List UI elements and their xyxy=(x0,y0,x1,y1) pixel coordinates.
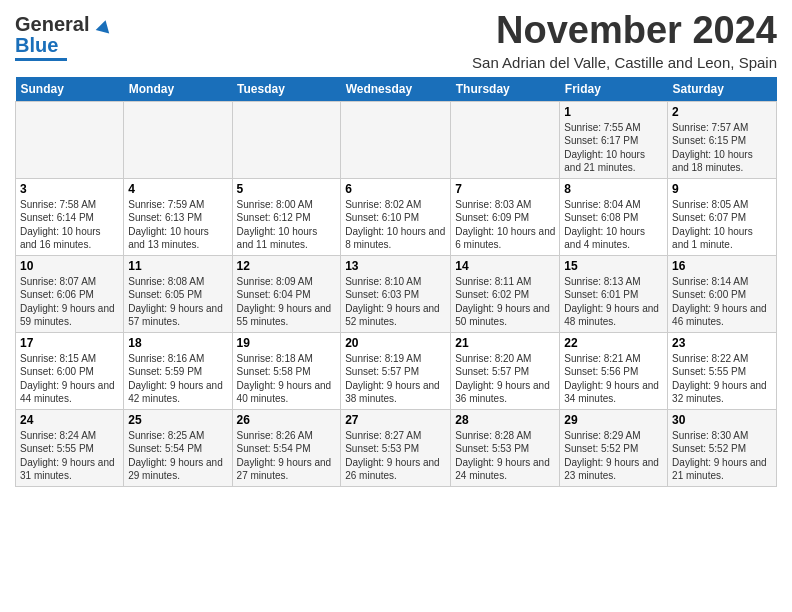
day-number: 8 xyxy=(564,182,663,196)
day-number: 2 xyxy=(672,105,772,119)
calendar-cell: 14Sunrise: 8:11 AMSunset: 6:02 PMDayligh… xyxy=(451,255,560,332)
calendar-cell: 18Sunrise: 8:16 AMSunset: 5:59 PMDayligh… xyxy=(124,332,232,409)
calendar-cell xyxy=(16,101,124,178)
day-number: 7 xyxy=(455,182,555,196)
day-info: Sunrise: 8:10 AMSunset: 6:03 PMDaylight:… xyxy=(345,275,446,329)
calendar-week-4: 17Sunrise: 8:15 AMSunset: 6:00 PMDayligh… xyxy=(16,332,777,409)
day-info: Sunrise: 8:00 AMSunset: 6:12 PMDaylight:… xyxy=(237,198,337,252)
day-number: 6 xyxy=(345,182,446,196)
calendar-cell: 28Sunrise: 8:28 AMSunset: 5:53 PMDayligh… xyxy=(451,409,560,486)
calendar-cell xyxy=(451,101,560,178)
day-number: 10 xyxy=(20,259,119,273)
day-info: Sunrise: 7:57 AMSunset: 6:15 PMDaylight:… xyxy=(672,121,772,175)
calendar-cell: 5Sunrise: 8:00 AMSunset: 6:12 PMDaylight… xyxy=(232,178,341,255)
day-number: 29 xyxy=(564,413,663,427)
calendar-cell: 19Sunrise: 8:18 AMSunset: 5:58 PMDayligh… xyxy=(232,332,341,409)
day-info: Sunrise: 8:11 AMSunset: 6:02 PMDaylight:… xyxy=(455,275,555,329)
day-info: Sunrise: 8:16 AMSunset: 5:59 PMDaylight:… xyxy=(128,352,227,406)
day-info: Sunrise: 8:02 AMSunset: 6:10 PMDaylight:… xyxy=(345,198,446,252)
day-number: 3 xyxy=(20,182,119,196)
header: General Blue November 2024 San Adrian de… xyxy=(15,10,777,71)
day-info: Sunrise: 8:03 AMSunset: 6:09 PMDaylight:… xyxy=(455,198,555,252)
day-number: 20 xyxy=(345,336,446,350)
title-block: November 2024 San Adrian del Valle, Cast… xyxy=(472,10,777,71)
weekday-header-thursday: Thursday xyxy=(451,77,560,102)
calendar-cell: 15Sunrise: 8:13 AMSunset: 6:01 PMDayligh… xyxy=(560,255,668,332)
day-number: 11 xyxy=(128,259,227,273)
day-info: Sunrise: 8:24 AMSunset: 5:55 PMDaylight:… xyxy=(20,429,119,483)
day-number: 22 xyxy=(564,336,663,350)
calendar-week-3: 10Sunrise: 8:07 AMSunset: 6:06 PMDayligh… xyxy=(16,255,777,332)
calendar-cell: 21Sunrise: 8:20 AMSunset: 5:57 PMDayligh… xyxy=(451,332,560,409)
location-title: San Adrian del Valle, Castille and Leon,… xyxy=(472,54,777,71)
day-info: Sunrise: 8:07 AMSunset: 6:06 PMDaylight:… xyxy=(20,275,119,329)
day-info: Sunrise: 8:26 AMSunset: 5:54 PMDaylight:… xyxy=(237,429,337,483)
weekday-header-monday: Monday xyxy=(124,77,232,102)
calendar-body: 1Sunrise: 7:55 AMSunset: 6:17 PMDaylight… xyxy=(16,101,777,486)
calendar-cell: 24Sunrise: 8:24 AMSunset: 5:55 PMDayligh… xyxy=(16,409,124,486)
calendar-cell: 2Sunrise: 7:57 AMSunset: 6:15 PMDaylight… xyxy=(668,101,777,178)
day-number: 1 xyxy=(564,105,663,119)
day-info: Sunrise: 8:22 AMSunset: 5:55 PMDaylight:… xyxy=(672,352,772,406)
day-info: Sunrise: 8:04 AMSunset: 6:08 PMDaylight:… xyxy=(564,198,663,252)
calendar-cell: 20Sunrise: 8:19 AMSunset: 5:57 PMDayligh… xyxy=(341,332,451,409)
calendar-cell: 23Sunrise: 8:22 AMSunset: 5:55 PMDayligh… xyxy=(668,332,777,409)
calendar-cell: 9Sunrise: 8:05 AMSunset: 6:07 PMDaylight… xyxy=(668,178,777,255)
calendar-week-1: 1Sunrise: 7:55 AMSunset: 6:17 PMDaylight… xyxy=(16,101,777,178)
month-title: November 2024 xyxy=(472,10,777,52)
day-info: Sunrise: 8:05 AMSunset: 6:07 PMDaylight:… xyxy=(672,198,772,252)
calendar-cell xyxy=(124,101,232,178)
weekday-header-sunday: Sunday xyxy=(16,77,124,102)
day-number: 18 xyxy=(128,336,227,350)
logo: General Blue xyxy=(15,14,111,61)
day-info: Sunrise: 8:27 AMSunset: 5:53 PMDaylight:… xyxy=(345,429,446,483)
day-info: Sunrise: 8:29 AMSunset: 5:52 PMDaylight:… xyxy=(564,429,663,483)
calendar-cell: 26Sunrise: 8:26 AMSunset: 5:54 PMDayligh… xyxy=(232,409,341,486)
logo-underline xyxy=(15,58,67,61)
weekday-header-row: SundayMondayTuesdayWednesdayThursdayFrid… xyxy=(16,77,777,102)
day-info: Sunrise: 7:59 AMSunset: 6:13 PMDaylight:… xyxy=(128,198,227,252)
day-info: Sunrise: 8:15 AMSunset: 6:00 PMDaylight:… xyxy=(20,352,119,406)
calendar-cell: 12Sunrise: 8:09 AMSunset: 6:04 PMDayligh… xyxy=(232,255,341,332)
day-number: 13 xyxy=(345,259,446,273)
day-info: Sunrise: 8:30 AMSunset: 5:52 PMDaylight:… xyxy=(672,429,772,483)
day-info: Sunrise: 8:25 AMSunset: 5:54 PMDaylight:… xyxy=(128,429,227,483)
day-number: 17 xyxy=(20,336,119,350)
calendar-cell: 16Sunrise: 8:14 AMSunset: 6:00 PMDayligh… xyxy=(668,255,777,332)
day-info: Sunrise: 8:14 AMSunset: 6:00 PMDaylight:… xyxy=(672,275,772,329)
calendar-cell: 30Sunrise: 8:30 AMSunset: 5:52 PMDayligh… xyxy=(668,409,777,486)
day-number: 30 xyxy=(672,413,772,427)
calendar-cell: 17Sunrise: 8:15 AMSunset: 6:00 PMDayligh… xyxy=(16,332,124,409)
weekday-header-wednesday: Wednesday xyxy=(341,77,451,102)
day-number: 12 xyxy=(237,259,337,273)
day-info: Sunrise: 8:09 AMSunset: 6:04 PMDaylight:… xyxy=(237,275,337,329)
calendar-cell: 25Sunrise: 8:25 AMSunset: 5:54 PMDayligh… xyxy=(124,409,232,486)
day-info: Sunrise: 8:28 AMSunset: 5:53 PMDaylight:… xyxy=(455,429,555,483)
day-number: 14 xyxy=(455,259,555,273)
day-number: 4 xyxy=(128,182,227,196)
day-number: 15 xyxy=(564,259,663,273)
day-number: 24 xyxy=(20,413,119,427)
calendar-table: SundayMondayTuesdayWednesdayThursdayFrid… xyxy=(15,77,777,487)
day-info: Sunrise: 7:55 AMSunset: 6:17 PMDaylight:… xyxy=(564,121,663,175)
day-number: 23 xyxy=(672,336,772,350)
calendar-cell: 1Sunrise: 7:55 AMSunset: 6:17 PMDaylight… xyxy=(560,101,668,178)
calendar-cell: 27Sunrise: 8:27 AMSunset: 5:53 PMDayligh… xyxy=(341,409,451,486)
day-number: 16 xyxy=(672,259,772,273)
weekday-header-tuesday: Tuesday xyxy=(232,77,341,102)
weekday-header-friday: Friday xyxy=(560,77,668,102)
day-number: 25 xyxy=(128,413,227,427)
logo-blue: Blue xyxy=(15,35,58,55)
day-info: Sunrise: 8:21 AMSunset: 5:56 PMDaylight:… xyxy=(564,352,663,406)
day-number: 9 xyxy=(672,182,772,196)
day-info: Sunrise: 8:13 AMSunset: 6:01 PMDaylight:… xyxy=(564,275,663,329)
calendar-week-5: 24Sunrise: 8:24 AMSunset: 5:55 PMDayligh… xyxy=(16,409,777,486)
calendar-cell: 13Sunrise: 8:10 AMSunset: 6:03 PMDayligh… xyxy=(341,255,451,332)
calendar-week-2: 3Sunrise: 7:58 AMSunset: 6:14 PMDaylight… xyxy=(16,178,777,255)
day-info: Sunrise: 8:18 AMSunset: 5:58 PMDaylight:… xyxy=(237,352,337,406)
day-info: Sunrise: 8:19 AMSunset: 5:57 PMDaylight:… xyxy=(345,352,446,406)
day-number: 26 xyxy=(237,413,337,427)
calendar-cell: 8Sunrise: 8:04 AMSunset: 6:08 PMDaylight… xyxy=(560,178,668,255)
day-number: 19 xyxy=(237,336,337,350)
calendar-cell xyxy=(341,101,451,178)
